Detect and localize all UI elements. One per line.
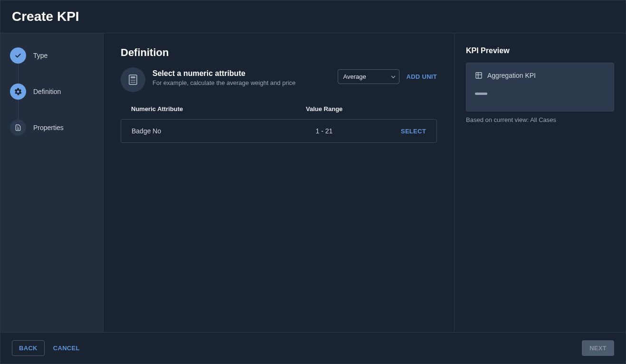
gear-icon <box>10 84 26 100</box>
step-label: Definition <box>33 88 61 95</box>
aggregation-select[interactable]: Average <box>338 69 399 84</box>
grid-icon <box>475 72 483 79</box>
svg-rect-8 <box>476 73 482 78</box>
aggregation-select-wrap: Average <box>338 69 399 84</box>
step-list: Type Definition Properties <box>10 47 94 136</box>
step-connector <box>18 64 19 85</box>
add-unit-button[interactable]: ADD UNIT <box>406 73 437 80</box>
definition-title: Select a numeric attribute <box>152 69 331 78</box>
wizard-footer: BACK CANCEL NEXT <box>0 332 626 364</box>
document-icon <box>10 120 26 136</box>
attribute-table: Numeric Attribute Value Range Badge No 1… <box>121 105 437 143</box>
main-content: Definition Select a numeric attribute Fo… <box>104 33 455 332</box>
table-row: Badge No 1 - 21 SELECT <box>121 119 437 143</box>
attribute-range: 1 - 21 <box>279 127 370 135</box>
preview-placeholder-bar <box>475 93 487 95</box>
preview-title: KPI Preview <box>466 47 614 55</box>
page-title: Create KPI <box>12 9 614 24</box>
step-sidebar: Type Definition Properties <box>0 33 104 332</box>
svg-point-3 <box>133 80 133 81</box>
step-definition[interactable]: Definition <box>10 84 94 120</box>
calculator-icon <box>121 67 145 92</box>
svg-point-2 <box>131 80 132 81</box>
preview-footer: Based on current view: All Cases <box>466 116 614 123</box>
svg-point-6 <box>133 82 133 83</box>
svg-point-5 <box>131 82 132 83</box>
step-label: Type <box>33 52 47 59</box>
preview-panel: KPI Preview Aggregation KPI Based on cur… <box>455 33 626 332</box>
next-button[interactable]: NEXT <box>582 340 614 356</box>
step-properties[interactable]: Properties <box>10 120 94 136</box>
svg-rect-1 <box>131 76 135 78</box>
step-label: Properties <box>33 124 64 131</box>
definition-subtitle: For example, calculate the average weigh… <box>152 79 331 86</box>
back-button[interactable]: BACK <box>12 340 45 356</box>
preview-kpi-label: Aggregation KPI <box>487 72 536 79</box>
check-icon <box>10 47 26 64</box>
column-value-range: Value Range <box>279 105 370 112</box>
preview-card: Aggregation KPI <box>466 63 614 112</box>
step-connector <box>18 100 19 121</box>
definition-header: Select a numeric attribute For example, … <box>121 67 437 92</box>
table-header: Numeric Attribute Value Range <box>121 105 437 119</box>
cancel-button[interactable]: CANCEL <box>53 345 80 352</box>
step-type[interactable]: Type <box>10 47 94 84</box>
select-button[interactable]: SELECT <box>401 128 426 135</box>
page-header: Create KPI <box>0 0 626 33</box>
section-title: Definition <box>121 47 437 59</box>
svg-point-4 <box>134 80 135 81</box>
attribute-name: Badge No <box>132 127 279 135</box>
svg-point-7 <box>134 82 135 83</box>
column-numeric-attribute: Numeric Attribute <box>131 105 279 112</box>
